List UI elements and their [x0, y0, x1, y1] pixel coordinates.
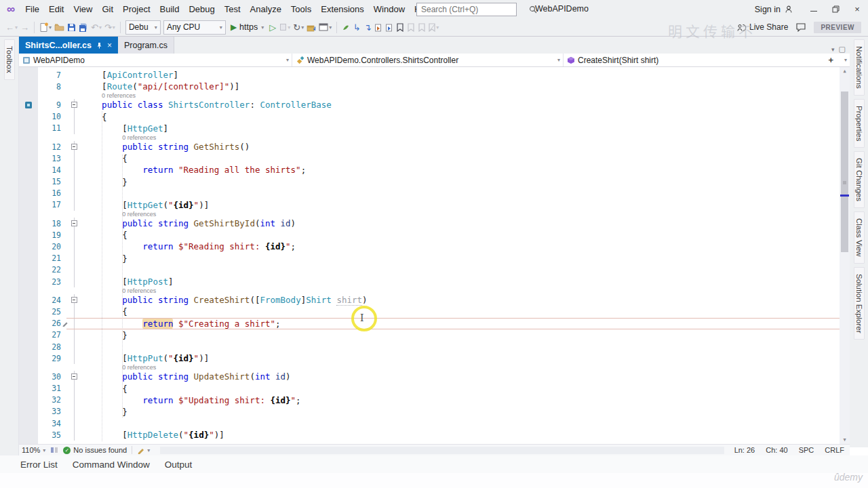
navigate-back-icon[interactable]: ←▾: [4, 20, 19, 35]
code-line[interactable]: 7 [ApiController]: [19, 69, 850, 81]
code-line[interactable]: 13 {: [19, 152, 850, 164]
code-line[interactable]: 9 public class ShirtsController: Control…: [19, 99, 850, 110]
pin-tab-icon[interactable]: [96, 42, 102, 49]
feedback-icon[interactable]: [796, 23, 806, 32]
collapse-region-icon[interactable]: [71, 373, 77, 380]
collapse-region-icon[interactable]: [71, 102, 77, 108]
undo-icon[interactable]: ↶▾: [90, 20, 103, 35]
code-line[interactable]: 17 [HttpGet("{id}")]: [19, 199, 850, 211]
zoom-dropdown[interactable]: 110% ▾: [22, 446, 45, 454]
save-all-icon[interactable]: [77, 20, 90, 35]
code-line[interactable]: 18 public string GetShirtById(int id): [19, 218, 850, 229]
menu-build[interactable]: Build: [155, 0, 184, 18]
document-health-indicator[interactable]: ✓ No issues found: [63, 446, 127, 454]
sidebar-tab-class-view[interactable]: Class View: [854, 211, 865, 264]
code-line[interactable]: 29 [HttpPut("{id}")]: [19, 352, 850, 364]
tab-command-window[interactable]: Command Window: [73, 460, 150, 470]
tab-error-list[interactable]: Error List: [20, 460, 58, 470]
menu-project[interactable]: Project: [118, 0, 155, 18]
split-view-icon[interactable]: [50, 446, 58, 454]
code-line[interactable]: 26 return $"Creating a shirt";: [19, 318, 850, 329]
collapse-region-icon[interactable]: [71, 144, 77, 150]
status-line-number[interactable]: Ln: 26: [734, 446, 755, 454]
status-line-ending[interactable]: CRLF: [825, 446, 844, 454]
bookmark-icon[interactable]: [395, 20, 406, 35]
code-line[interactable]: 8 [Route("api/[controller]")]: [19, 81, 850, 92]
breadcrumb-member-dropdown[interactable]: CreateShirt(Shirt shirt) ▾ +: [564, 54, 850, 66]
menu-test[interactable]: Test: [220, 0, 245, 18]
attach-to-process-icon[interactable]: ▾: [278, 20, 292, 35]
sidebar-tab-toolbox[interactable]: Toolbox: [4, 39, 15, 80]
code-line[interactable]: 21 }: [19, 253, 850, 264]
code-line[interactable]: 15 }: [19, 176, 850, 188]
live-unit-testing-icon[interactable]: [340, 20, 351, 35]
menu-git[interactable]: Git: [97, 0, 118, 18]
collapse-region-icon[interactable]: [71, 297, 77, 303]
sidebar-tab-notifications[interactable]: Notifications: [854, 39, 865, 96]
code-line[interactable]: 34: [19, 418, 850, 429]
previous-bookmark-icon[interactable]: [406, 20, 416, 35]
code-line[interactable]: 27 }: [19, 329, 850, 341]
code-line[interactable]: 23 [HttpPost]: [19, 276, 850, 287]
scroll-up-icon[interactable]: ▲: [840, 68, 850, 74]
code-line[interactable]: 22: [19, 264, 850, 276]
code-line[interactable]: 28: [19, 341, 850, 352]
show-next-statement-icon[interactable]: [384, 20, 395, 35]
next-bookmark-icon[interactable]: [416, 20, 427, 35]
editor-horizontal-scrollbar[interactable]: [160, 447, 724, 454]
solution-platform-dropdown[interactable]: Any CPU ▾: [163, 20, 226, 35]
close-button[interactable]: ×: [846, 0, 868, 18]
menu-tools[interactable]: Tools: [286, 0, 316, 18]
codelens-references[interactable]: 0 references: [19, 287, 850, 294]
code-line[interactable]: 16: [19, 188, 850, 199]
tab-shirtscontroller[interactable]: ShirtsC...oller.cs ×: [19, 37, 118, 54]
status-column-number[interactable]: Ch: 40: [766, 446, 787, 454]
collapse-region-icon[interactable]: [71, 220, 77, 226]
scroll-down-icon[interactable]: ▼: [840, 437, 850, 443]
menu-debug[interactable]: Debug: [184, 0, 219, 18]
step-into-icon[interactable]: ↳: [351, 20, 362, 35]
search-box[interactable]: [416, 3, 517, 16]
code-line[interactable]: 20 return $"Reading shirt: {id}";: [19, 241, 850, 252]
code-line[interactable]: 14 return "Reading all the shirts";: [19, 164, 850, 176]
close-tab-icon[interactable]: ×: [107, 41, 112, 50]
codelens-references[interactable]: 0 references: [19, 364, 850, 371]
tab-program-cs[interactable]: Program.cs: [118, 37, 174, 54]
code-line[interactable]: 24 public string CreateShirt([FromBody]S…: [19, 294, 850, 306]
float-window-icon[interactable]: ▢: [839, 45, 846, 54]
sidebar-tab-git-changes[interactable]: Git Changes: [854, 151, 865, 208]
menu-file[interactable]: File: [20, 0, 44, 18]
start-without-debugging-icon[interactable]: ▷: [267, 20, 278, 35]
status-space-mode[interactable]: SPC: [799, 446, 814, 454]
package-manager-icon[interactable]: [305, 20, 317, 35]
tab-list-caret-icon[interactable]: ▾: [831, 46, 835, 53]
menu-window[interactable]: Window: [369, 0, 410, 18]
browser-link-icon[interactable]: ▾: [317, 20, 333, 35]
menu-extensions[interactable]: Extensions: [316, 0, 369, 18]
codelens-references[interactable]: 0 references: [19, 211, 850, 218]
open-folder-icon[interactable]: [53, 20, 66, 35]
menu-view[interactable]: View: [68, 0, 97, 18]
breadcrumb-type-dropdown[interactable]: WebAPIDemo.Controllers.ShirtsController …: [292, 54, 564, 66]
live-share-button[interactable]: Live Share: [736, 22, 788, 32]
code-line[interactable]: 19 {: [19, 229, 850, 241]
code-line[interactable]: 32 return $"Updating shirt: {id}";: [19, 394, 850, 406]
menu-edit[interactable]: Edit: [44, 0, 68, 18]
code-line[interactable]: 33 }: [19, 406, 850, 418]
restore-button[interactable]: [825, 0, 846, 18]
tab-output[interactable]: Output: [165, 460, 193, 470]
codelens-references[interactable]: 0 references: [19, 92, 850, 99]
restart-icon[interactable]: ↻▾: [292, 20, 305, 35]
minimize-button[interactable]: [803, 0, 825, 18]
code-line[interactable]: 10 {: [19, 111, 850, 123]
code-editor[interactable]: 7 [ApiController]8 [Route("api/[controll…: [19, 67, 850, 444]
new-project-icon[interactable]: ▾: [38, 20, 53, 35]
split-window-icon[interactable]: +: [823, 55, 839, 65]
codelens-references[interactable]: 0 references: [19, 134, 850, 141]
step-over-icon[interactable]: ↴: [362, 20, 373, 35]
scrollbar-thumb[interactable]: [841, 92, 848, 252]
show-thread-icon[interactable]: [373, 20, 384, 35]
clear-bookmarks-icon[interactable]: ▾: [427, 20, 440, 35]
save-icon[interactable]: [66, 20, 77, 35]
editor-vertical-scrollbar[interactable]: ▲ ▼: [840, 67, 850, 444]
